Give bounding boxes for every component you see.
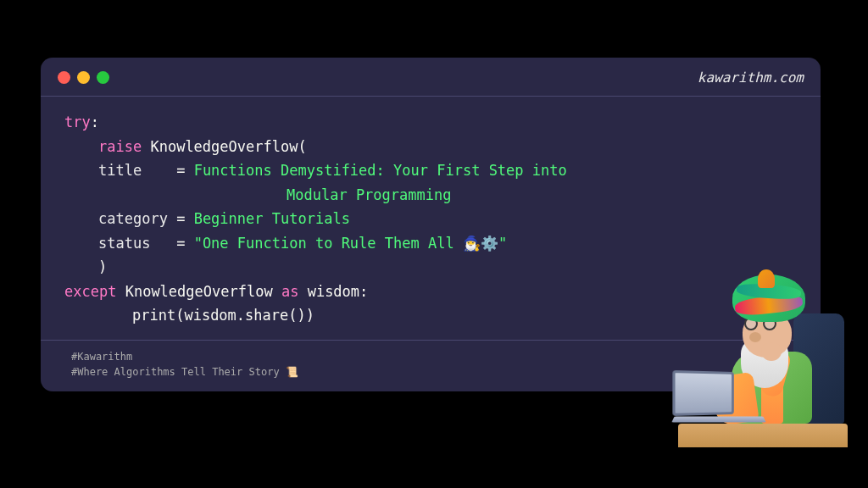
traffic-lights bbox=[58, 71, 109, 84]
title-value-line1: Functions Demystified: Your First Step i… bbox=[194, 162, 567, 179]
code-line-category: category = Beginner Tutorials bbox=[64, 207, 797, 231]
category-value: Beginner Tutorials bbox=[194, 210, 350, 227]
title-bar: kawarithm.com bbox=[41, 58, 821, 97]
minimize-icon[interactable] bbox=[77, 71, 90, 84]
desk-shape bbox=[678, 424, 848, 447]
code-line-try: try: bbox=[64, 110, 797, 135]
class-name: KnowledgeOverflow bbox=[150, 138, 298, 155]
code-line-title: title = Functions Demystified: Your Firs… bbox=[64, 158, 797, 183]
close-icon[interactable] bbox=[58, 71, 70, 84]
code-line-title-cont: Modular Programming bbox=[64, 183, 797, 208]
var-wisdom: wisdom bbox=[308, 283, 359, 300]
keyword-raise: raise bbox=[98, 138, 142, 155]
code-line-raise: raise KnowledgeOverflow( bbox=[64, 135, 797, 159]
maximize-icon[interactable] bbox=[97, 71, 109, 84]
site-name: kawarithm.com bbox=[698, 69, 804, 86]
turban-shape bbox=[732, 274, 805, 322]
param-status: status bbox=[98, 235, 150, 252]
hand-shape bbox=[761, 342, 782, 361]
keyword-as: as bbox=[281, 283, 298, 300]
laptop-screen-icon bbox=[672, 370, 733, 416]
share-call: (wisdom.share()) bbox=[175, 307, 314, 324]
keyword-except: except bbox=[64, 283, 116, 300]
param-category: category bbox=[98, 210, 168, 227]
title-value-line2: Modular Programming bbox=[287, 186, 451, 203]
code-line-status: status = "One Function to Rule Them All … bbox=[64, 231, 797, 256]
nose-shape bbox=[749, 332, 761, 342]
fn-print: print bbox=[132, 307, 175, 324]
mascot-illustration bbox=[653, 269, 848, 447]
keyword-try: try bbox=[64, 114, 91, 130]
status-value: "One Function to Rule Them All 🧙‍♂️⚙️" bbox=[194, 235, 508, 252]
param-title: title bbox=[98, 162, 142, 179]
laptop-base-icon bbox=[671, 417, 765, 423]
